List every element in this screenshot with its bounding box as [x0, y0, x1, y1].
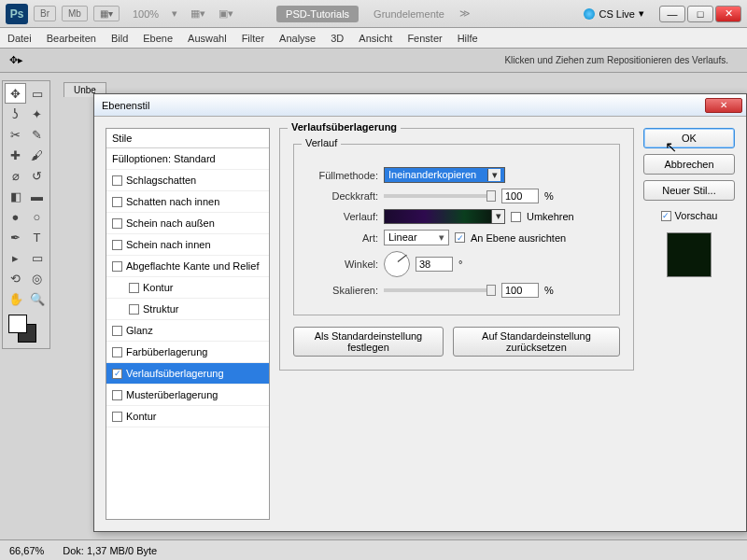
style-checkbox[interactable]: [112, 261, 122, 272]
menu-datei[interactable]: Datei: [7, 33, 32, 44]
lasso-tool[interactable]: ʖ: [5, 104, 26, 124]
fill-options-item[interactable]: Fülloptionen: Standard: [106, 148, 269, 170]
blur-tool[interactable]: ●: [5, 206, 26, 227]
style-item[interactable]: Glanz: [106, 320, 269, 342]
blend-mode-select[interactable]: Ineinanderkopieren ▾: [384, 167, 505, 183]
style-item[interactable]: Struktur: [106, 299, 269, 320]
zoom-level[interactable]: 100%: [133, 8, 159, 20]
move-tool[interactable]: ✥: [5, 83, 26, 104]
menu-hilfe[interactable]: Hilfe: [458, 33, 478, 44]
screen-mode-button[interactable]: ▣▾: [218, 7, 233, 20]
style-item[interactable]: Farbüberlagerung: [106, 342, 269, 363]
align-checkbox[interactable]: ✓: [455, 232, 465, 243]
3d-tool[interactable]: ⟲: [5, 268, 26, 288]
gradient-picker[interactable]: ▾: [384, 209, 505, 224]
workspace-tab[interactable]: Grundelemente: [374, 8, 444, 20]
ok-button[interactable]: OK: [643, 128, 735, 148]
reset-default-button[interactable]: Auf Standardeinstellung zurücksetzen: [453, 327, 620, 357]
style-select[interactable]: Linear ▾: [384, 230, 449, 245]
angle-dial[interactable]: [384, 251, 410, 277]
style-item[interactable]: Kontur: [106, 277, 269, 299]
window-close-button[interactable]: ✕: [715, 6, 741, 22]
style-checkbox[interactable]: [112, 218, 122, 229]
set-default-button[interactable]: Als Standardeinstellung festlegen: [293, 327, 444, 357]
brush-tool[interactable]: 🖌: [26, 145, 48, 165]
color-swatches[interactable]: [5, 313, 48, 346]
bridge-button[interactable]: Br: [34, 6, 56, 21]
gradient-label: Verlauf:: [305, 211, 378, 222]
menu-ebene[interactable]: Ebene: [143, 33, 173, 44]
heal-tool[interactable]: ✚: [5, 145, 26, 165]
workspace-tab-active[interactable]: PSD-Tutorials: [276, 6, 359, 22]
path-tool[interactable]: ▸: [5, 247, 26, 268]
hand-tool[interactable]: ✋: [5, 288, 26, 309]
status-doc-info[interactable]: Dok: 1,37 MB/0 Byte: [63, 545, 157, 556]
reverse-checkbox[interactable]: [511, 212, 521, 222]
move-tool-icon[interactable]: ✥▸: [9, 54, 23, 66]
style-item-label: Schein nach außen: [126, 217, 215, 229]
dodge-tool[interactable]: ○: [26, 206, 48, 227]
style-checkbox[interactable]: [112, 240, 122, 250]
pen-tool[interactable]: ✒: [5, 227, 26, 247]
scale-input[interactable]: [501, 283, 539, 298]
style-checkbox[interactable]: [112, 197, 122, 207]
style-checkbox[interactable]: [112, 390, 122, 400]
status-zoom[interactable]: 66,67%: [9, 545, 44, 556]
crop-tool[interactable]: ✂: [5, 124, 26, 145]
foreground-swatch[interactable]: [8, 315, 27, 333]
style-item[interactable]: Schatten nach innen: [106, 191, 269, 213]
menu-filter[interactable]: Filter: [242, 33, 264, 44]
new-style-button[interactable]: Neuer Stil...: [643, 180, 735, 201]
menu-bild[interactable]: Bild: [111, 33, 128, 44]
style-item[interactable]: Musterüberlagerung: [106, 385, 269, 406]
style-item[interactable]: Schein nach innen: [106, 234, 269, 256]
minibridge-button[interactable]: Mb: [62, 6, 88, 21]
dialog-titlebar[interactable]: Ebenenstil ✕: [94, 94, 746, 117]
menu-ansicht[interactable]: Ansicht: [359, 33, 392, 44]
style-checkbox[interactable]: [112, 347, 122, 357]
cancel-button[interactable]: Abbrechen: [643, 154, 735, 175]
style-checkbox[interactable]: [112, 175, 122, 186]
zoom-dropdown-icon[interactable]: ▾: [172, 7, 177, 20]
style-item[interactable]: Kontur: [106, 406, 269, 427]
angle-input[interactable]: [416, 257, 453, 272]
window-maximize-button[interactable]: □: [687, 6, 713, 22]
type-tool[interactable]: T: [26, 227, 48, 247]
menu-fenster[interactable]: Fenster: [407, 33, 442, 44]
window-minimize-button[interactable]: —: [659, 6, 685, 22]
camera-tool[interactable]: ◎: [26, 268, 48, 288]
zoom-tool[interactable]: 🔍: [26, 288, 48, 309]
menu-auswahl[interactable]: Auswahl: [188, 33, 227, 44]
eraser-tool[interactable]: ◧: [5, 186, 26, 206]
menu-analyse[interactable]: Analyse: [279, 33, 316, 44]
opacity-slider[interactable]: [384, 194, 496, 198]
style-checkbox[interactable]: ✓: [112, 369, 122, 379]
arrange-docs-button[interactable]: ▦▾: [190, 7, 205, 20]
style-checkbox[interactable]: [112, 412, 122, 422]
style-checkbox[interactable]: [129, 283, 139, 293]
scale-slider[interactable]: [384, 288, 496, 292]
eyedropper-tool[interactable]: ✎: [26, 124, 48, 145]
view-extras-button[interactable]: ▦▾: [93, 6, 120, 21]
style-item[interactable]: Schlagschatten: [106, 170, 269, 191]
style-checkbox[interactable]: [129, 304, 139, 315]
cslive-label[interactable]: CS Live: [599, 8, 635, 20]
style-item[interactable]: ✓Verlaufsüberlagerung: [106, 363, 269, 385]
cslive-dropdown-icon[interactable]: ▾: [639, 7, 644, 20]
gradient-tool[interactable]: ▬: [26, 186, 48, 206]
marquee-tool[interactable]: ▭: [26, 83, 48, 104]
menu-3d[interactable]: 3D: [331, 33, 344, 44]
preview-checkbox[interactable]: ✓: [661, 211, 671, 221]
menu-bearbeiten[interactable]: Bearbeiten: [47, 33, 96, 44]
stamp-tool[interactable]: ⌀: [5, 165, 26, 186]
styles-header[interactable]: Stile: [106, 129, 269, 148]
opacity-input[interactable]: [501, 189, 539, 203]
style-item[interactable]: Schein nach außen: [106, 213, 269, 234]
wand-tool[interactable]: ✦: [26, 104, 48, 124]
style-checkbox[interactable]: [112, 326, 122, 336]
workspace-more-icon[interactable]: ≫: [459, 7, 471, 20]
history-brush-tool[interactable]: ↺: [26, 165, 48, 186]
style-item[interactable]: Abgeflachte Kante und Relief: [106, 256, 269, 277]
dialog-close-button[interactable]: ✕: [705, 98, 742, 113]
shape-tool[interactable]: ▭: [26, 247, 48, 268]
